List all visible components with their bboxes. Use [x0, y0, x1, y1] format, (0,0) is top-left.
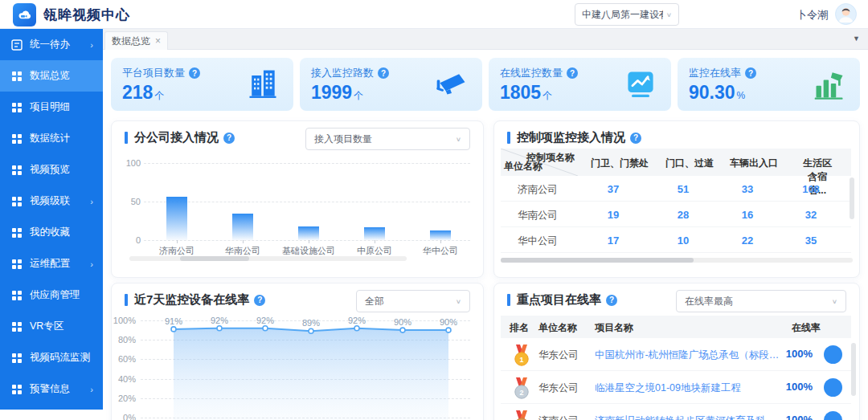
sidebar-item-我的收藏[interactable]: 我的收藏	[0, 217, 103, 248]
chart-gridline	[144, 240, 470, 241]
data-point-label: 92%	[211, 316, 228, 325]
help-icon[interactable]: ?	[223, 133, 235, 144]
sidebar-item-label: 视频级联	[30, 194, 70, 208]
rank-order-dropdown[interactable]: 在线率最高 ∨	[676, 290, 846, 312]
cloud-icon	[17, 7, 33, 23]
sidebar-item-label: 供应商管理	[30, 288, 80, 302]
sidebar-item-项目明细[interactable]: 项目明细	[0, 92, 103, 123]
project-link[interactable]: 济南新旧动能转换起步区黄河体育及科技园区基础设施...	[595, 414, 780, 420]
grid-icon	[11, 165, 23, 176]
y-axis-label: 50	[113, 197, 141, 206]
stat-label-text: 平台项目数量	[122, 66, 185, 80]
tab-bar: 数据总览 × ▼	[103, 29, 868, 50]
sidebar-item-视频级联[interactable]: 视频级联›	[0, 186, 103, 217]
project-link[interactable]: 中国杭州市-杭州恒隆广场总承包（标段1）工程	[595, 349, 780, 362]
medal-silver-icon: 2	[512, 377, 531, 399]
help-icon[interactable]: ?	[378, 67, 389, 79]
sidebar-item-VR专区[interactable]: VR专区	[0, 311, 103, 342]
sidebar-item-label: 数据统计	[30, 132, 70, 145]
stat-card-unit: 个	[154, 90, 164, 101]
sidebar-item-数据统计[interactable]: 数据统计	[0, 123, 103, 154]
sidebar-item-label: VR专区	[30, 320, 63, 333]
unit-name: 华东公司	[538, 381, 579, 395]
y-axis-label: 0%	[108, 413, 136, 420]
online-rate-circle	[824, 345, 842, 364]
sidebar-item-统一待办[interactable]: 统一待办›	[0, 29, 103, 60]
y-axis-label: 100%	[108, 316, 136, 325]
column-header: 门卫、门禁处	[591, 157, 649, 170]
column-header: 车辆出入口	[730, 157, 778, 170]
project-row-2: 2华东公司临港星空之境01-09地块新建工程100%	[501, 371, 851, 404]
sidebar-item-label: 项目明细	[30, 100, 70, 114]
org-selector-dropdown[interactable]: 中建八局第一建设有限公... ∨	[575, 3, 679, 26]
sidebar-item-label: 统一待办	[30, 38, 70, 51]
help-icon[interactable]: ?	[745, 67, 756, 79]
project-link[interactable]: 临港星空之境01-09地块新建工程	[595, 381, 780, 395]
chart-gridline	[144, 163, 470, 164]
datazoom-track[interactable]	[129, 256, 407, 261]
table-row-华南公司: 华南公司19281632	[501, 202, 851, 227]
chevron-right-icon: ›	[90, 197, 93, 206]
datazoom-thumb[interactable]	[180, 256, 249, 261]
vertical-scrollbar-thumb[interactable]	[851, 343, 856, 396]
horizontal-scrollbar-track[interactable]	[501, 258, 853, 263]
sidebar-nav: 统一待办›数据总览项目明细数据统计视频预览视频级联›我的收藏运维配置›供应商管理…	[0, 29, 103, 410]
cell-value: 10	[678, 234, 689, 247]
medal-gold-icon: 1	[512, 345, 531, 366]
org-selector-value: 中建八局第一建设有限公...	[582, 8, 663, 22]
branch-metric-dropdown[interactable]: 接入项目数量 ∨	[305, 128, 470, 150]
chart-gridline	[141, 418, 470, 418]
online-rate-value: 100%	[780, 381, 813, 393]
sidebar-item-运维配置[interactable]: 运维配置›	[0, 248, 103, 279]
chart-gridline	[141, 398, 470, 399]
sidebar-item-视频预览[interactable]: 视频预览	[0, 154, 103, 186]
unit-name: 华东公司	[538, 349, 579, 362]
device-filter-dropdown[interactable]: 全部 ∨	[356, 290, 470, 312]
sidebar-item-预警信息[interactable]: 预警信息›	[0, 373, 103, 405]
horizontal-scrollbar-thumb[interactable]	[501, 258, 694, 263]
tab-list-dropdown-icon[interactable]: ▼	[853, 35, 860, 43]
help-icon[interactable]: ?	[567, 67, 578, 79]
medal-bronze-icon: 3	[512, 410, 531, 420]
help-icon[interactable]: ?	[606, 295, 617, 306]
panel-title-text: 控制项监控接入情况	[517, 130, 625, 145]
stat-label-text: 监控在线率	[689, 66, 741, 80]
data-point-label: 92%	[256, 316, 274, 325]
sidebar-item-label: 预警信息	[30, 382, 70, 396]
online-rate-value: 100%	[780, 348, 813, 360]
y-axis-label: 40%	[108, 374, 136, 384]
sidebar-item-label: 数据总览	[30, 69, 70, 83]
sidebar-item-供应商管理[interactable]: 供应商管理	[0, 279, 103, 311]
tab-close-icon[interactable]: ×	[155, 36, 161, 46]
cell-value: 32	[805, 209, 817, 221]
chart-gridline	[141, 379, 470, 380]
sidebar-item-视频码流监测[interactable]: 视频码流监测	[0, 342, 103, 373]
chevron-right-icon: ›	[90, 40, 93, 50]
x-axis-tick	[440, 240, 441, 243]
help-icon[interactable]: ?	[189, 67, 200, 79]
sidebar-item-label: 视频预览	[30, 163, 70, 177]
grid-icon	[11, 353, 23, 364]
online-rate-circle	[824, 378, 842, 397]
sidebar-item-数据总览[interactable]: 数据总览	[0, 60, 103, 92]
cell-value: 19	[608, 209, 619, 221]
grid-icon	[11, 102, 23, 113]
help-icon[interactable]: ?	[630, 133, 641, 144]
user-avatar[interactable]	[835, 3, 857, 25]
column-header: 在线率	[792, 321, 821, 335]
monitor-trend-icon	[623, 67, 658, 102]
panel-branch-access: 分公司接入情况 ? 接入项目数量 ∨ 100500济南公司华南公司基础设施公司中…	[111, 120, 484, 278]
svg-text:1: 1	[519, 356, 523, 364]
vertical-scrollbar-thumb[interactable]	[850, 177, 854, 219]
unit-name: 华南公司	[501, 209, 575, 222]
tab-data-overview[interactable]: 数据总览 ×	[104, 31, 168, 50]
table-header: 控制项名称 单位名称 门卫、门禁处 门口、过道 车辆出入口 生活区含宿舍...	[501, 149, 851, 176]
cell-value: 17	[608, 234, 619, 247]
stat-card-1: 接入监控路数?1999个	[300, 58, 482, 111]
current-username: 卜令潮	[796, 8, 828, 22]
dropdown-value: 接入项目数量	[314, 133, 452, 146]
cell-value: 33	[742, 183, 753, 195]
help-icon[interactable]: ?	[254, 295, 265, 306]
chevron-right-icon: ›	[90, 259, 93, 269]
y-axis-label: 60%	[108, 354, 136, 364]
